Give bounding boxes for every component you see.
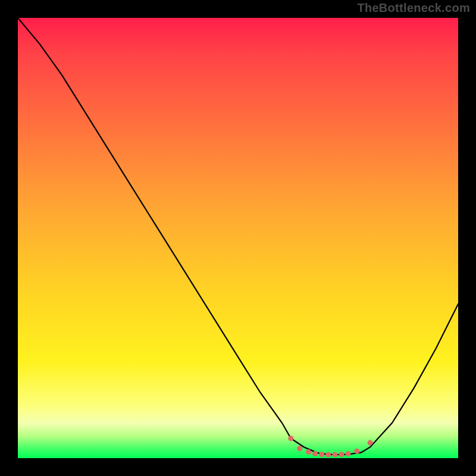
chart-frame: TheBottleneck.com <box>0 0 476 476</box>
plot-area <box>18 18 458 458</box>
marker-dot <box>368 440 373 446</box>
marker-dot <box>306 449 311 455</box>
marker-dot <box>312 451 318 456</box>
watermark-text: TheBottleneck.com <box>357 1 470 15</box>
curve-layer <box>18 18 458 458</box>
marker-dot <box>325 452 331 458</box>
marker-dot <box>354 449 359 454</box>
optimum-markers <box>288 436 372 457</box>
bottleneck-curve-path <box>18 18 458 455</box>
marker-dot <box>297 446 302 451</box>
marker-dot <box>332 452 337 458</box>
marker-dot <box>339 452 344 457</box>
marker-dot <box>288 436 293 441</box>
marker-dot <box>346 451 351 456</box>
marker-dot <box>319 452 324 457</box>
